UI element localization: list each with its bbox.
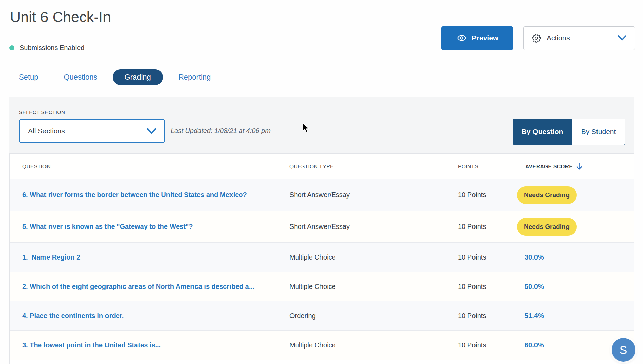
status-row: Submissions Enabled [9, 44, 84, 52]
points-cell: 10 Points [458, 283, 517, 291]
points-cell: 10 Points [458, 253, 517, 261]
preview-button[interactable]: Preview [441, 26, 513, 50]
column-header-average-score[interactable]: AVERAGE SCORE [517, 163, 634, 170]
select-section-label: SELECT SECTION [19, 109, 65, 115]
table-row: 5. What river is known as the "Gateway t… [10, 211, 634, 243]
table-row: 1. Name Region 2 Multiple Choice 10 Poin… [10, 243, 634, 272]
points-cell: 10 Points [458, 341, 517, 349]
status-text: Submissions Enabled [20, 44, 84, 52]
chevron-down-icon [146, 127, 157, 135]
column-header-points[interactable]: POINTS [458, 163, 517, 170]
question-type-cell: Multiple Choice [289, 341, 458, 349]
question-type-cell: Multiple Choice [289, 253, 458, 261]
gear-icon [532, 34, 541, 43]
question-type-cell: Multiple Choice [289, 283, 458, 291]
points-cell: 10 Points [458, 223, 517, 231]
table-row: 2. Which of the eight geographic areas o… [10, 272, 634, 301]
last-updated-text: Last Updated: 1/08/21 at 4:06 pm [171, 119, 271, 143]
section-select-value: All Sections [28, 127, 65, 135]
actions-button-label: Actions [547, 34, 570, 42]
needs-grading-badge: Needs Grading [517, 186, 577, 204]
grading-panel: SELECT SECTION All Sections Last Updated… [9, 97, 634, 364]
average-score-cell: Needs Grading [517, 186, 634, 204]
by-question-toggle[interactable]: By Question [513, 119, 572, 145]
questions-table: QUESTION QUESTION TYPE POINTS AVERAGE SC… [9, 153, 634, 364]
view-toggle: By Question By Student [513, 119, 625, 145]
average-score-value: 51.4% [517, 312, 544, 320]
question-link[interactable]: 1. Name Region 2 [22, 253, 80, 261]
eye-icon [456, 34, 467, 42]
question-link[interactable]: 2. Which of the eight geographic areas o… [22, 283, 254, 290]
average-score-cell: 30.0% [517, 253, 634, 261]
tab-questions[interactable]: Questions [64, 73, 97, 82]
tab-reporting[interactable]: Reporting [179, 73, 211, 82]
average-score-cell: 51.4% [517, 312, 634, 320]
page-header: Unit 6 Check-In Submissions Enabled Prev… [0, 0, 643, 97]
table-row: 3. The lowest point in the United States… [10, 331, 634, 360]
section-select[interactable]: All Sections [19, 119, 165, 143]
tab-grading[interactable]: Grading [113, 69, 163, 85]
question-type-cell: Short Answer/Essay [289, 223, 458, 231]
by-student-toggle[interactable]: By Student [572, 119, 625, 145]
page-title: Unit 6 Check-In [10, 9, 111, 25]
average-score-value: 50.0% [517, 283, 544, 290]
sort-descending-icon[interactable] [576, 163, 582, 170]
chevron-down-icon [617, 35, 627, 41]
status-dot-icon [9, 45, 14, 50]
table-row: 4. Place the continents in order. Orderi… [10, 301, 634, 331]
needs-grading-badge: Needs Grading [517, 218, 577, 236]
question-link[interactable]: 4. Place the continents in order. [22, 312, 124, 320]
points-cell: 10 Points [458, 312, 517, 320]
points-cell: 10 Points [458, 191, 517, 199]
average-score-cell: 50.0% [517, 283, 634, 291]
average-score-value: 60.0% [517, 341, 544, 349]
question-link[interactable]: 3. The lowest point in the United States… [22, 341, 161, 349]
average-score-value: 30.0% [517, 253, 544, 261]
user-avatar[interactable]: S [612, 338, 635, 362]
tab-setup[interactable]: Setup [19, 73, 38, 82]
tab-bar: Setup Questions Grading Reporting [19, 69, 211, 85]
actions-button[interactable]: Actions [523, 26, 635, 50]
table-row: 6. What river forms the border between t… [10, 179, 634, 211]
average-score-cell: Needs Grading [517, 218, 634, 236]
column-header-question[interactable]: QUESTION [10, 163, 289, 170]
question-link[interactable]: 6. What river forms the border between t… [22, 191, 247, 199]
table-header-row: QUESTION QUESTION TYPE POINTS AVERAGE SC… [10, 154, 634, 179]
question-type-cell: Short Answer/Essay [289, 191, 458, 199]
preview-button-label: Preview [472, 34, 498, 42]
question-link[interactable]: 5. What river is known as the "Gateway t… [22, 223, 193, 230]
avatar-initial: S [620, 343, 627, 357]
column-header-question-type[interactable]: QUESTION TYPE [289, 163, 458, 170]
question-type-cell: Ordering [289, 312, 458, 320]
